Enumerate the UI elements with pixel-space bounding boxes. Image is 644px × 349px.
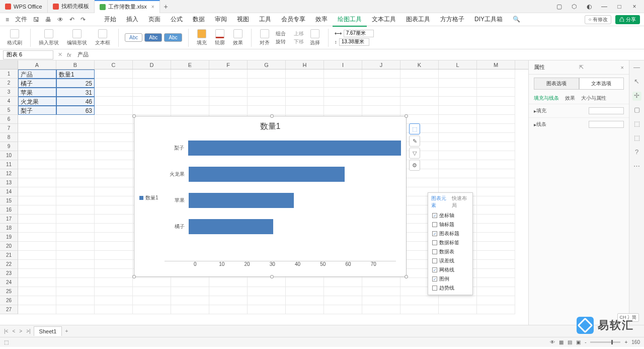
row-header[interactable]: 24	[0, 278, 18, 287]
cell[interactable]	[56, 260, 95, 269]
cell[interactable]	[248, 278, 286, 287]
cell[interactable]	[248, 287, 286, 296]
cell[interactable]	[324, 97, 362, 106]
cell[interactable]	[56, 242, 95, 251]
tab-formula[interactable]: 公式	[166, 13, 188, 27]
cell[interactable]	[477, 69, 515, 79]
cell[interactable]	[56, 269, 95, 278]
outline[interactable]: 轮廓	[213, 29, 227, 46]
row-header[interactable]: 7	[0, 124, 18, 133]
sheet-first-icon[interactable]: |<	[3, 328, 9, 334]
sheet-tab[interactable]: Sheet1	[34, 326, 62, 336]
tab-insert[interactable]: 插入	[121, 13, 143, 27]
cell[interactable]	[18, 160, 56, 169]
sheet-last-icon[interactable]: >|	[25, 328, 31, 334]
cell[interactable]	[56, 169, 95, 178]
cell[interactable]	[248, 79, 286, 88]
cell[interactable]	[171, 97, 209, 106]
height-input[interactable]	[339, 38, 369, 46]
cell[interactable]	[362, 287, 400, 296]
row-header[interactable]: 22	[0, 260, 18, 269]
popup-item[interactable]: 数据表	[428, 247, 472, 256]
view-eye-icon[interactable]: 👁	[550, 339, 555, 345]
cell[interactable]	[133, 278, 171, 287]
style-3[interactable]: Abc	[164, 33, 182, 42]
checkbox[interactable]	[432, 222, 437, 227]
cell[interactable]	[362, 278, 400, 287]
tab-efficiency[interactable]: 效率	[310, 13, 333, 27]
resize-handle[interactable]	[132, 114, 136, 118]
cell[interactable]	[400, 305, 439, 314]
close-window-icon[interactable]: ×	[629, 3, 640, 10]
cell[interactable]	[286, 69, 324, 79]
preview-icon[interactable]: 👁	[56, 16, 65, 23]
cell[interactable]: 苹果	[18, 88, 56, 97]
cell[interactable]	[477, 115, 515, 124]
cell[interactable]	[95, 296, 133, 305]
col-header[interactable]: E	[171, 60, 209, 69]
tab-member[interactable]: 会员专享	[276, 13, 310, 27]
rotate[interactable]: 旋转	[276, 38, 286, 45]
close-icon[interactable]: ×	[621, 64, 624, 71]
cell[interactable]	[209, 97, 248, 106]
insert-shape[interactable]: 插入形状	[37, 29, 61, 46]
cell[interactable]	[324, 106, 362, 115]
checkbox[interactable]: ✓	[432, 231, 437, 236]
cell[interactable]	[209, 106, 248, 115]
row-header[interactable]: 27	[0, 305, 18, 314]
cell[interactable]	[95, 196, 133, 205]
row-header[interactable]: 15	[0, 196, 18, 205]
row-header[interactable]: 8	[0, 133, 18, 142]
cell[interactable]	[56, 115, 95, 124]
cell[interactable]	[95, 305, 133, 314]
width-input[interactable]	[344, 30, 374, 37]
cell[interactable]	[209, 79, 248, 88]
tab-data[interactable]: 数据	[188, 13, 210, 27]
cell[interactable]	[95, 215, 133, 224]
chart-settings-icon[interactable]: ⚙	[409, 160, 420, 171]
popup-item[interactable]: 轴标题	[428, 220, 472, 229]
panel-tab-text[interactable]: 文本选项	[579, 78, 624, 90]
cell[interactable]	[477, 133, 515, 142]
share-button[interactable]: 凸 分享	[615, 15, 640, 24]
checkbox[interactable]	[432, 258, 437, 263]
panel-tab-chart[interactable]: 图表选项	[534, 78, 579, 90]
col-header[interactable]: C	[95, 60, 133, 69]
cell[interactable]	[95, 133, 133, 142]
cell[interactable]	[439, 305, 477, 314]
cell[interactable]	[400, 106, 439, 115]
checkbox[interactable]: ✓	[432, 276, 437, 282]
cell[interactable]	[56, 215, 95, 224]
cell[interactable]	[18, 124, 56, 133]
cell[interactable]	[18, 278, 56, 287]
popup-tab-layout[interactable]: 快速布局	[452, 195, 469, 209]
col-header[interactable]: D	[133, 60, 171, 69]
cell[interactable]	[18, 305, 56, 314]
cell[interactable]	[286, 88, 324, 97]
cell[interactable]	[95, 124, 133, 133]
col-header[interactable]: L	[439, 60, 477, 69]
fill-select[interactable]	[589, 107, 624, 114]
cell[interactable]	[56, 178, 95, 187]
add-sheet-icon[interactable]: +	[64, 328, 69, 334]
cell[interactable]	[18, 215, 56, 224]
cell[interactable]: 46	[56, 97, 95, 106]
resize-handle[interactable]	[270, 275, 274, 278]
print-icon[interactable]: 🖶	[44, 16, 53, 23]
cell[interactable]	[56, 205, 95, 215]
tab-page[interactable]: 页面	[143, 13, 166, 27]
cell[interactable]	[362, 97, 400, 106]
cell[interactable]	[18, 242, 56, 251]
row-header[interactable]: 14	[0, 187, 18, 196]
format-painter[interactable]: 格式刷	[5, 29, 24, 46]
cell[interactable]: 梨子	[18, 106, 56, 115]
chart-title[interactable]: 数量1	[134, 116, 406, 135]
side-minus-icon[interactable]: —	[632, 63, 641, 73]
select[interactable]: 选择	[308, 29, 322, 46]
cell[interactable]	[56, 296, 95, 305]
cell[interactable]	[133, 287, 171, 296]
popup-item[interactable]: ✓图例	[428, 274, 472, 284]
cell[interactable]	[133, 88, 171, 97]
cell[interactable]	[248, 97, 286, 106]
cell[interactable]	[171, 296, 209, 305]
